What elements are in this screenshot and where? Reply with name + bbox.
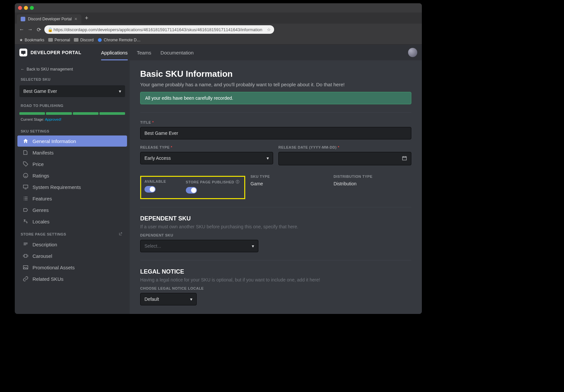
release-type-label: RELEASE TYPE *: [140, 145, 273, 149]
sidebar-item-promotional-assets[interactable]: Promotional Assets: [17, 262, 127, 273]
nav-reload-button[interactable]: ⟳: [36, 27, 42, 32]
release-date-input[interactable]: [278, 152, 411, 165]
tab-title: Discord Developer Portal: [28, 17, 72, 21]
svg-point-2: [23, 173, 28, 178]
dist-type-label: DISTRIBUTION TYPE: [334, 175, 411, 178]
success-banner: All your edits have been carefully recor…: [140, 92, 411, 104]
browser-tabbar: Discord Developer Portal ✕ +: [15, 12, 422, 24]
window-titlebar: [15, 3, 422, 12]
translate-icon: [23, 218, 29, 224]
title-input[interactable]: [140, 127, 411, 139]
sku-type-value: Game: [250, 181, 328, 186]
tab-applications[interactable]: Applications: [101, 45, 128, 60]
nav-back-button[interactable]: ←: [19, 27, 25, 32]
folder-icon: [48, 38, 53, 42]
bookmarks-menu[interactable]: ★ Bookmarks: [19, 38, 44, 42]
logo-text: DEVELOPER PORTAL: [31, 50, 81, 55]
tab-teams[interactable]: Teams: [137, 45, 151, 60]
sidebar-item-related-skus[interactable]: Related SKUs: [17, 273, 127, 284]
published-toggle[interactable]: [186, 187, 197, 194]
back-link[interactable]: ← Back to SKU management: [15, 66, 130, 73]
text-icon: [23, 241, 29, 247]
window-close-button[interactable]: [18, 6, 22, 10]
stage-link[interactable]: Approved!: [45, 117, 61, 121]
highlighted-toggles: AVAILABLE STORE PAGE PUBLISHEDⓘ: [140, 176, 245, 199]
page-subtitle: Your game probably has a name, and you'l…: [140, 82, 411, 87]
svg-rect-0: [21, 17, 25, 21]
home-icon: [23, 138, 29, 144]
stage-text: Current Stage: Approved!: [15, 116, 130, 125]
chevron-down-icon: ▾: [252, 243, 254, 249]
window-maximize-button[interactable]: [30, 6, 34, 10]
release-type-select[interactable]: Early Access▾: [140, 152, 273, 164]
publish-progress: [15, 110, 130, 116]
link-icon: [23, 276, 29, 282]
list-icon: [23, 196, 29, 201]
svg-rect-4: [24, 255, 27, 258]
chevron-down-icon: ▾: [119, 89, 121, 94]
road-label: ROAD TO PUBLISHING: [15, 99, 130, 110]
sidebar-item-manifests[interactable]: Manifests: [17, 147, 127, 158]
svg-point-1: [98, 38, 102, 42]
external-link-icon[interactable]: [119, 232, 122, 237]
browser-window: Discord Developer Portal ✕ + ← → ⟳ 🔒 htt…: [15, 3, 422, 314]
release-date-label: RELEASE DATE (YYYY-MM-DD) *: [278, 145, 411, 149]
dependent-sku-heading: DEPENDENT SKU: [140, 215, 411, 222]
manifest-icon: [23, 150, 29, 155]
divider: [140, 260, 411, 260]
bookmarks-bar: ★ Bookmarks Personal Discord Chrome Remo…: [15, 35, 422, 45]
browser-tab[interactable]: Discord Developer Portal ✕: [17, 14, 81, 24]
lock-icon: 🔒: [48, 27, 52, 32]
legal-sub: Having a legal notice for your SKU is op…: [140, 277, 411, 282]
folder-icon: [74, 38, 78, 42]
title-label: TITLE *: [140, 120, 411, 124]
smile-icon: [23, 173, 29, 178]
logo[interactable]: DEVELOPER PORTAL: [19, 49, 81, 56]
bookmark-star-icon[interactable]: ☆: [267, 27, 271, 32]
dependent-sku-select[interactable]: Select...▾: [140, 240, 258, 252]
app-topnav: DEVELOPER PORTAL Applications Teams Docu…: [15, 45, 422, 60]
sidebar-item-locales[interactable]: Locales: [17, 216, 127, 227]
url-text: https://discordapp.com/developers/applic…: [54, 27, 262, 32]
legal-locale-label: CHOOSE LEGAL NOTICE LOCALE: [140, 286, 411, 290]
bookmark-folder-personal[interactable]: Personal: [48, 38, 70, 42]
sidebar-item-description[interactable]: Description: [17, 239, 127, 250]
url-bar[interactable]: 🔒 https://discordapp.com/developers/appl…: [44, 25, 274, 34]
new-tab-button[interactable]: +: [81, 15, 92, 22]
available-toggle[interactable]: [144, 186, 156, 193]
dependent-sku-sub: If a user must own another SKU before pu…: [140, 224, 411, 229]
carousel-icon: [23, 253, 29, 259]
selected-sku-label: SELECTED SKU: [15, 73, 130, 83]
tab-documentation[interactable]: Documentation: [161, 45, 194, 60]
divider: [140, 207, 411, 207]
help-icon[interactable]: ⓘ: [236, 179, 240, 184]
sidebar-item-system-requirements[interactable]: System Requirements: [17, 181, 127, 193]
svg-rect-3: [23, 185, 28, 188]
sidebar-item-ratings[interactable]: Ratings: [17, 170, 127, 181]
legal-locale-select[interactable]: Default▾: [140, 293, 197, 305]
sku-type-label: SKU TYPE: [250, 175, 328, 178]
divider: [140, 112, 411, 113]
topnav-tabs: Applications Teams Documentation: [101, 45, 194, 60]
store-settings-label: STORE PAGE SETTINGS: [15, 227, 130, 238]
chrome-icon: [98, 38, 102, 42]
dependent-sku-label: DEPENDENT SKU: [140, 233, 411, 237]
sidebar-item-price[interactable]: Price: [17, 158, 127, 170]
sidebar-item-carousel[interactable]: Carousel: [17, 250, 127, 261]
sidebar-item-features[interactable]: Features: [17, 193, 127, 204]
bookmark-folder-discord[interactable]: Discord: [74, 38, 94, 42]
calendar-icon: [402, 155, 407, 162]
sidebar-item-genres[interactable]: Genres: [17, 204, 127, 216]
available-label: AVAILABLE: [144, 179, 166, 183]
tab-close-icon[interactable]: ✕: [74, 17, 77, 21]
bookmark-chrome-remote[interactable]: Chrome Remote D…: [98, 38, 141, 42]
user-avatar[interactable]: [408, 48, 417, 57]
svg-rect-6: [402, 156, 406, 160]
chevron-down-icon: ▾: [190, 297, 192, 302]
window-minimize-button[interactable]: [24, 6, 28, 10]
sku-select[interactable]: Best Game Ever ▾: [19, 85, 125, 97]
tag-icon: [23, 161, 29, 167]
sidebar-item-general-information[interactable]: General Information: [17, 135, 127, 147]
sku-settings-label: SKU SETTINGS: [15, 125, 130, 135]
nav-forward-button[interactable]: →: [27, 27, 33, 32]
